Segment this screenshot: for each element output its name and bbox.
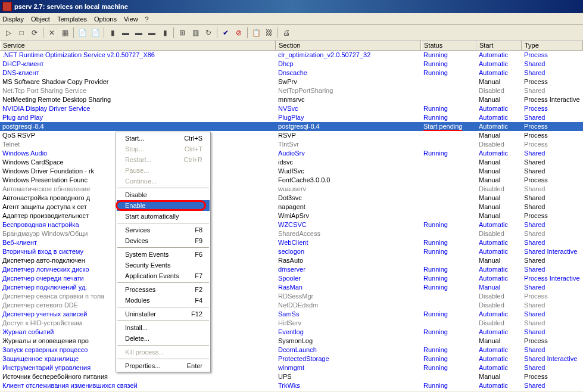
bar1-icon[interactable]: ▮ [107, 27, 119, 39]
service-row[interactable]: .NET Runtime Optimization Service v2.0.5… [0, 51, 583, 60]
service-row[interactable]: Автоматическое обновлениеwuauservDisable… [0, 185, 583, 194]
service-row[interactable]: Диспетчер очереди печатиSpoolerRunningAu… [0, 274, 583, 283]
service-row[interactable]: Windows CardSpaceidsvcManualShared [0, 158, 583, 167]
service-row[interactable]: Вторичный вход в системуseclogonRunningA… [0, 247, 583, 256]
ctx-application-events[interactable]: Application EventsF7 [117, 270, 210, 281]
cell-type: Process [522, 140, 583, 149]
cell-start: Manual [476, 77, 522, 86]
service-row[interactable]: TelnetTlntSvrDisabledProcess [0, 140, 583, 149]
menu-options[interactable]: Options [94, 15, 117, 23]
restart-icon[interactable]: ⟳ [29, 27, 40, 39]
ctx-start-[interactable]: Start...Ctrl+S [117, 133, 210, 144]
ctx-uninstaller[interactable]: UninstallerF12 [117, 309, 210, 319]
check-icon[interactable]: ✔ [220, 27, 232, 39]
install-icon[interactable]: 📄 [76, 27, 88, 39]
ctx-enable[interactable]: Enable [117, 200, 210, 211]
bar4-icon[interactable]: ▬ [146, 27, 158, 39]
ctx-install-[interactable]: Install... [117, 322, 210, 333]
cell-start: Disabled [476, 140, 522, 149]
ctx-start-automatically[interactable]: Start automatically [117, 211, 210, 222]
ctx-modules[interactable]: ModulesF4 [117, 295, 210, 306]
services-list[interactable]: .NET Runtime Optimization Service v2.0.5… [0, 51, 583, 391]
service-row[interactable]: Диспетчер логических дискоdmserverRunnin… [0, 265, 583, 274]
service-row[interactable]: Автонастройка проводного дDot3svcManualS… [0, 194, 583, 203]
col-section[interactable]: Section [276, 41, 421, 50]
barcode-icon[interactable]: ▥ [189, 27, 201, 39]
service-row[interactable]: Веб-клиентWebClientRunningAutomaticShare… [0, 238, 583, 247]
cell-status: Running [421, 247, 476, 256]
ctx-separator [117, 359, 209, 359]
menu-display[interactable]: Display [2, 15, 24, 23]
service-row[interactable]: Журналы и оповещения проSysmonLogManualP… [0, 337, 583, 346]
service-row[interactable]: Net.Tcp Port Sharing ServiceNetTcpPortSh… [0, 86, 583, 95]
col-status[interactable]: Status [421, 41, 476, 50]
service-row[interactable]: Диспетчер сеанса справки п толаRDSessMgr… [0, 292, 583, 301]
ctx-security-events[interactable]: Security Events [117, 260, 210, 270]
ctx-properties-[interactable]: Properties...Enter [117, 360, 210, 371]
uninstall-icon[interactable]: 📄 [89, 27, 101, 39]
chain-icon[interactable]: ⛓ [263, 27, 275, 39]
service-row[interactable]: Адаптер производительностWmiApSrvManualP… [0, 211, 583, 220]
play-icon[interactable]: ▷ [2, 27, 14, 39]
service-row[interactable]: Источник бесперебойного питанияUPSManual… [0, 372, 583, 381]
menu-view[interactable]: View [124, 15, 138, 23]
service-row[interactable]: Диспетчер авто-подключенRasAutoManualSha… [0, 256, 583, 265]
cell-start: Automatic [476, 113, 522, 122]
tree-icon[interactable]: ⊞ [176, 27, 188, 39]
service-row[interactable]: Журнал событийEventlogRunningAutomaticSh… [0, 328, 583, 337]
service-row[interactable]: Запуск серверных процессоDcomLaunchRunni… [0, 346, 583, 354]
ctx-delete-[interactable]: Delete... [117, 333, 210, 344]
service-row[interactable]: Клиент отслеживания изменившихся связейT… [0, 381, 583, 390]
properties-icon[interactable]: ▦ [59, 27, 71, 39]
ctx-disable[interactable]: Disable [117, 189, 210, 200]
service-row[interactable]: DHCP-клиентDhcpRunningAutomaticShared [0, 60, 583, 69]
service-row[interactable]: Доступ к HID-устройствамHidServDisabledS… [0, 319, 583, 328]
menu-templates[interactable]: Templates [57, 15, 87, 23]
cell-section: clr_optimization_v2.0.50727_32 [276, 51, 421, 60]
service-row[interactable]: Беспроводная настройкаWZCSVCRunningAutom… [0, 220, 583, 229]
service-row[interactable]: Инструментарий управленияwinmgmtRunningA… [0, 363, 583, 372]
service-row[interactable]: NVIDIA Display Driver ServiceNVSvcRunnin… [0, 104, 583, 113]
menu-object[interactable]: Object [31, 15, 50, 23]
ctx-devices[interactable]: DevicesF9 [117, 235, 210, 246]
error-icon[interactable]: ⊘ [233, 27, 245, 39]
ctx-system-events[interactable]: System EventsF6 [117, 249, 210, 260]
cell-status: Running [421, 310, 476, 319]
service-row[interactable]: Plug and PlayPlugPlayRunningAutomaticSha… [0, 113, 583, 122]
service-row[interactable]: Диспетчер сетевого DDENetDDEdsdmDisabled… [0, 301, 583, 310]
cell-status: Running [421, 274, 476, 283]
service-row[interactable]: Windows Presentation FouncFontCache3.0.0… [0, 176, 583, 185]
col-service[interactable]: Service [0, 41, 276, 50]
service-row[interactable]: Диспетчер подключений уд.RasManRunningMa… [0, 283, 583, 292]
service-row[interactable]: Защищенное хранилищеProtectedStorageRunn… [0, 354, 583, 363]
menu-help[interactable]: ? [145, 15, 149, 23]
service-row[interactable]: Диспетчер учетных записейSamSsRunningAut… [0, 310, 583, 319]
service-row[interactable]: DNS-клиентDnscacheRunningAutomaticShared [0, 69, 583, 77]
service-row[interactable]: MS Software Shadow Copy ProviderSwPrvMan… [0, 77, 583, 86]
clipboard-icon[interactable]: 📋 [250, 27, 262, 39]
refresh-icon[interactable]: ↻ [202, 27, 214, 39]
service-row[interactable]: QoS RSVPRSVPManualProcess [0, 131, 583, 140]
ctx-services[interactable]: ServicesF8 [117, 225, 210, 235]
delete-icon[interactable]: ✕ [46, 27, 58, 39]
cell-section: DcomLaunch [276, 346, 421, 354]
col-type[interactable]: Type [522, 41, 583, 50]
service-row[interactable]: Windows Driver Foundation - rkWudfSvcMan… [0, 167, 583, 176]
service-row[interactable]: postgresql-8.4postgresql-8.4Start pendin… [0, 122, 583, 131]
separator [217, 27, 217, 38]
service-row[interactable]: Агент защиты доступа к сетnapagentManual… [0, 203, 583, 211]
bar5-icon[interactable]: ▮ [159, 27, 171, 39]
service-row[interactable]: NetMeeting Remote Desktop Sharingmnmsrvc… [0, 95, 583, 104]
cell-start: Automatic [476, 328, 522, 337]
service-row[interactable]: Windows AudioAudioSrvRunningAutomaticSha… [0, 149, 583, 158]
bar3-icon[interactable]: ▬ [133, 27, 145, 39]
col-start[interactable]: Start [476, 41, 522, 50]
service-row[interactable]: Брандмауэр Windows/ОбщиSharedAccessDisab… [0, 229, 583, 238]
separator [104, 27, 104, 38]
ctx-label: Disable [125, 191, 147, 198]
ctx-processes[interactable]: ProcessesF2 [117, 284, 210, 295]
stop-icon[interactable]: □ [15, 27, 27, 39]
print-icon[interactable]: 🖨 [280, 27, 292, 39]
bar2-icon[interactable]: ▬ [120, 27, 132, 39]
cell-start: Manual [476, 95, 522, 104]
